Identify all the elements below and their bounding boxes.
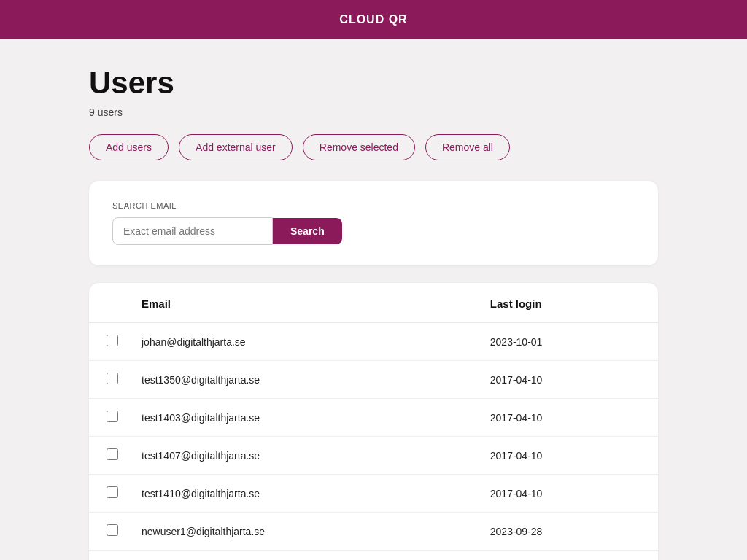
row-checkbox[interactable]	[107, 335, 118, 346]
row-checkbox-cell	[89, 551, 130, 561]
table-header-last-login: Last login	[479, 283, 658, 322]
add-external-user-button[interactable]: Add external user	[179, 134, 293, 160]
app-header: CLOUD QR	[0, 0, 747, 39]
row-checkbox[interactable]	[107, 411, 118, 422]
table-row: johan@digitalthjarta.se2023-10-01	[89, 322, 658, 361]
row-last-login: 2023-09-28	[479, 551, 658, 561]
row-checkbox[interactable]	[107, 448, 118, 460]
app-title: CLOUD QR	[339, 13, 407, 26]
users-table-card: Email Last login johan@digitalthjarta.se…	[89, 283, 658, 560]
row-email: test1410@digitalthjarta.se	[130, 475, 479, 513]
table-row: test1350@digitalthjarta.se2017-04-10	[89, 361, 658, 399]
row-email: test1403@digitalthjarta.se	[130, 399, 479, 437]
search-card: SEARCH EMAIL Search	[89, 181, 658, 265]
row-email: newuser1@digitalthjarta.se	[130, 513, 479, 551]
remove-all-button[interactable]: Remove all	[425, 134, 510, 160]
table-row: newuser1@digitalthjarta.se2023-09-28	[89, 513, 658, 551]
row-last-login: 2017-04-10	[479, 361, 658, 399]
row-last-login: 2023-10-01	[479, 322, 658, 361]
row-checkbox-cell	[89, 437, 130, 475]
row-checkbox[interactable]	[107, 524, 118, 536]
row-email: johan@digitalthjarta.se	[130, 322, 479, 361]
search-button[interactable]: Search	[273, 218, 342, 244]
row-checkbox[interactable]	[107, 373, 118, 384]
action-buttons: Add users Add external user Remove selec…	[89, 134, 658, 160]
row-email: test1407@digitalthjarta.se	[130, 437, 479, 475]
table-row: test1410@digitalthjarta.se2017-04-10	[89, 475, 658, 513]
table-row: bulk1@digitalthjarta.se2023-09-28	[89, 551, 658, 561]
row-checkbox-cell	[89, 361, 130, 399]
row-checkbox-cell	[89, 322, 130, 361]
row-checkbox-cell	[89, 513, 130, 551]
row-checkbox[interactable]	[107, 486, 118, 498]
row-checkbox-cell	[89, 475, 130, 513]
page-title: Users	[89, 66, 658, 101]
row-last-login: 2023-09-28	[479, 513, 658, 551]
search-row: Search	[112, 217, 635, 245]
add-users-button[interactable]: Add users	[89, 134, 169, 160]
row-checkbox-cell	[89, 399, 130, 437]
row-last-login: 2017-04-10	[479, 437, 658, 475]
search-label: SEARCH EMAIL	[112, 201, 635, 210]
table-header-email: Email	[130, 283, 479, 322]
user-count: 9 users	[89, 106, 658, 118]
remove-selected-button[interactable]: Remove selected	[303, 134, 415, 160]
table-row: test1407@digitalthjarta.se2017-04-10	[89, 437, 658, 475]
users-table: Email Last login johan@digitalthjarta.se…	[89, 283, 658, 560]
row-last-login: 2017-04-10	[479, 399, 658, 437]
row-email: bulk1@digitalthjarta.se	[130, 551, 479, 561]
main-content: Users 9 users Add users Add external use…	[45, 39, 702, 560]
table-header-row: Email Last login	[89, 283, 658, 322]
table-header-checkbox-col	[89, 283, 130, 322]
table-row: test1403@digitalthjarta.se2017-04-10	[89, 399, 658, 437]
row-email: test1350@digitalthjarta.se	[130, 361, 479, 399]
row-last-login: 2017-04-10	[479, 475, 658, 513]
search-input[interactable]	[112, 217, 273, 245]
